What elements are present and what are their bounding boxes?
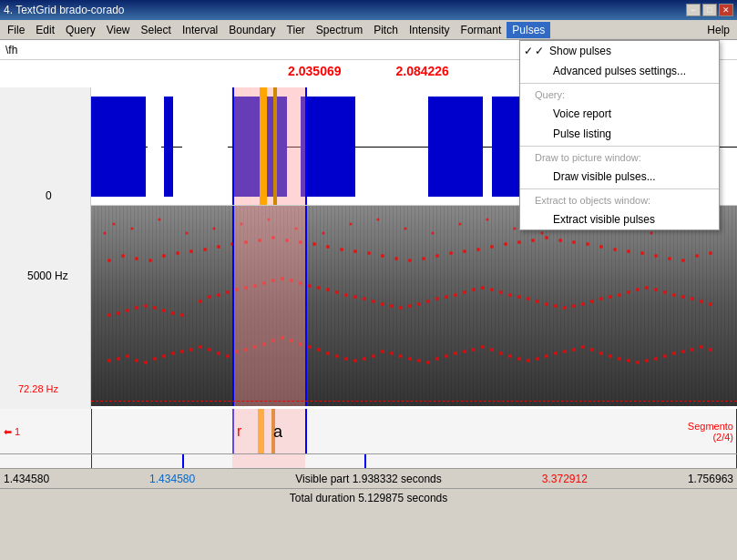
- svg-point-159: [463, 249, 466, 253]
- svg-point-119: [590, 300, 594, 303]
- svg-point-11: [208, 348, 211, 351]
- dropdown-separator-3: [520, 188, 719, 189]
- svg-point-155: [408, 259, 412, 262]
- svg-point-106: [472, 288, 476, 291]
- svg-point-132: [709, 302, 712, 306]
- menu-formant[interactable]: Formant: [456, 22, 507, 38]
- svg-point-33: [408, 357, 412, 361]
- menu-edit[interactable]: Edit: [30, 22, 60, 38]
- svg-point-36: [435, 357, 439, 361]
- tier-1-inner: r a: [91, 409, 737, 453]
- menu-item-extract-visible[interactable]: Extract visible pulses: [520, 209, 719, 229]
- menu-item-voice-report[interactable]: Voice report: [520, 104, 719, 124]
- svg-point-112: [527, 297, 530, 300]
- svg-point-111: [517, 295, 521, 299]
- close-button[interactable]: ✕: [719, 4, 733, 16]
- menu-spectrum[interactable]: Spectrum: [311, 22, 368, 38]
- cursor-line-right: [305, 87, 307, 205]
- svg-point-48: [545, 354, 548, 358]
- svg-point-99: [408, 304, 412, 308]
- menu-query[interactable]: Query: [60, 22, 101, 38]
- svg-point-9: [189, 348, 193, 351]
- pulses-dropdown-menu: ✓ Show pulses Advanced pulses settings..…: [519, 40, 720, 230]
- svg-point-167: [572, 240, 576, 244]
- svg-point-126: [654, 288, 658, 291]
- svg-point-30: [381, 350, 384, 353]
- svg-point-63: [681, 350, 685, 353]
- menu-tier[interactable]: Tier: [281, 22, 311, 38]
- y-label-72hz: 72.28 Hz: [18, 383, 58, 394]
- svg-point-191: [432, 232, 435, 235]
- svg-point-47: [536, 357, 539, 361]
- section-draw: Draw to picture window:: [520, 148, 719, 167]
- spectrogram-area[interactable]: [91, 206, 737, 406]
- svg-point-129: [681, 295, 685, 299]
- svg-point-157: [435, 254, 439, 258]
- svg-point-27: [353, 359, 357, 362]
- svg-point-115: [554, 304, 558, 308]
- spec-cursor-left: [232, 206, 234, 406]
- svg-point-165: [545, 236, 548, 239]
- svg-point-125: [645, 286, 649, 290]
- menu-item-draw-visible[interactable]: Draw visible pulses...: [520, 167, 719, 187]
- svg-point-148: [312, 242, 316, 246]
- svg-point-73: [162, 309, 166, 312]
- menu-interval[interactable]: Interval: [177, 22, 223, 38]
- svg-point-74: [171, 311, 175, 315]
- svg-point-26: [344, 357, 348, 361]
- tier-selection: [232, 409, 305, 453]
- svg-point-166: [558, 239, 562, 242]
- tier-row-1[interactable]: ⬅ 1 r a Segmento(2/4): [0, 409, 737, 454]
- svg-point-131: [700, 300, 703, 303]
- menu-select[interactable]: Select: [136, 22, 177, 38]
- menu-item-show-pulses[interactable]: ✓ Show pulses: [520, 41, 719, 61]
- svg-point-31: [390, 351, 394, 355]
- wave-block: [91, 97, 146, 197]
- minimize-button[interactable]: −: [686, 4, 701, 16]
- svg-point-102: [435, 297, 439, 300]
- svg-point-55: [609, 354, 612, 358]
- freq-dashed-line: [91, 401, 737, 402]
- svg-point-39: [463, 350, 466, 353]
- menu-item-advanced-settings[interactable]: Advanced pulses settings...: [520, 61, 719, 81]
- menu-view[interactable]: View: [101, 22, 136, 38]
- svg-point-38: [454, 351, 457, 355]
- svg-point-10: [199, 345, 202, 349]
- menu-boundary[interactable]: Boundary: [223, 22, 281, 38]
- checkmark-icon: ✓: [535, 45, 544, 57]
- svg-point-79: [226, 290, 230, 294]
- svg-point-24: [326, 351, 330, 355]
- menu-file[interactable]: File: [2, 22, 30, 38]
- svg-point-151: [353, 249, 357, 253]
- svg-point-168: [586, 242, 589, 246]
- svg-point-65: [700, 345, 703, 349]
- svg-point-64: [691, 348, 694, 351]
- segment-r: r: [237, 423, 241, 440]
- svg-point-53: [590, 348, 594, 351]
- menu-help[interactable]: Help: [701, 22, 735, 38]
- status-center-left-val: 1.434580: [149, 473, 195, 485]
- menu-item-pulse-listing[interactable]: Pulse listing: [520, 124, 719, 144]
- svg-point-156: [422, 257, 425, 260]
- svg-point-149: [326, 245, 330, 249]
- menu-pitch[interactable]: Pitch: [368, 22, 404, 38]
- svg-point-183: [213, 228, 216, 230]
- svg-point-133: [107, 259, 111, 262]
- svg-point-89: [317, 286, 321, 290]
- svg-point-188: [350, 223, 353, 226]
- svg-point-128: [672, 293, 676, 297]
- svg-point-174: [668, 257, 671, 260]
- tier-boundary-blue2: [305, 409, 307, 453]
- svg-point-1: [117, 357, 120, 361]
- svg-point-56: [618, 357, 621, 361]
- maximize-button[interactable]: □: [702, 4, 717, 16]
- menu-intensity[interactable]: Intensity: [404, 22, 456, 38]
- svg-point-71: [144, 304, 148, 308]
- svg-point-105: [463, 290, 466, 294]
- svg-point-25: [335, 354, 339, 358]
- svg-point-69: [126, 309, 129, 312]
- svg-point-110: [508, 293, 512, 297]
- menu-pulses[interactable]: Pulses: [507, 22, 550, 38]
- svg-point-40: [472, 348, 476, 351]
- svg-point-78: [217, 293, 220, 297]
